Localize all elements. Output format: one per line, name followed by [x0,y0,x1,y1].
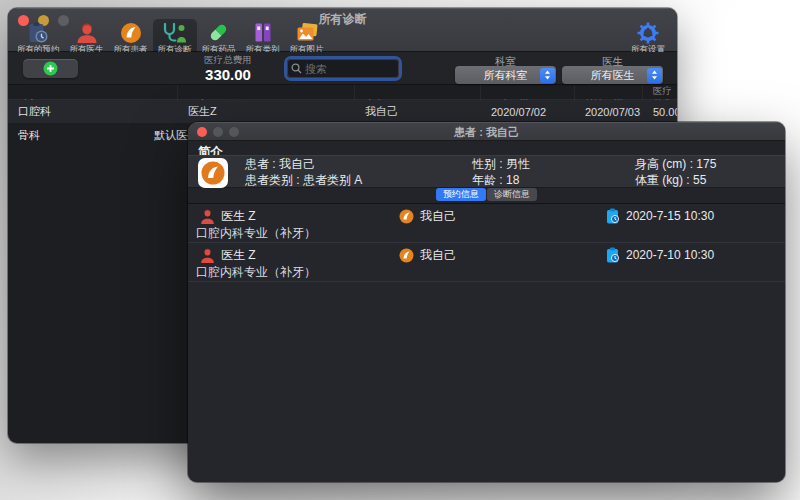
profile-patient-category: 患者类别 : 患者类别 A [245,173,362,189]
cell-onset-date: 2020/07/02 [481,106,575,118]
plus-icon [43,61,58,76]
appointment-patient: 我自己 [399,208,456,225]
appointment-doctor-name: 医生 Z [221,247,256,264]
appointment-datetime-value: 2020-7-10 10:30 [626,248,714,262]
department-dropdown[interactable]: 所有科室 [455,66,556,84]
patient-window-titlebar: 患者 : 我自己 [188,122,785,141]
appointment-datetime: 2020-7-10 10:30 [606,247,714,263]
category-books-icon [252,22,274,43]
profile-gender: 性别 : 男性 [472,157,530,173]
profile-section-title: 简介 [188,141,785,155]
dropdown-stepper-icon [540,68,555,83]
search-input[interactable] [305,63,395,75]
doctor-icon [76,22,98,43]
tab-diagnosis-info[interactable]: 诊断信息 [487,188,537,201]
table-row[interactable]: 口腔科 医生Z 我自己 2020/07/02 2020/07/03 50.00 [8,100,677,123]
doctor-dropdown[interactable]: 所有医生 [562,66,663,84]
appointment-patient: 我自己 [399,247,456,264]
department-dropdown-value: 所有科室 [484,68,528,83]
doctor-icon [200,248,215,263]
window-title: 患者 : 我自己 [188,125,785,140]
diagnoses-window-titlebar: 所有诊断 所有的预约 [8,8,677,52]
settings-gear-icon [637,22,659,43]
table-header: 科室 医生 患者 发病日期 就诊日期 医疗总费用 [8,85,677,100]
appointment-row[interactable]: 医生 Z 我自己 2020-7-10 10:30 口腔内科专业（补牙） [188,243,785,282]
add-record-button[interactable] [23,59,78,78]
cell-fee: 50.00 [643,106,677,118]
patient-avatar-icon [201,161,225,185]
tab-appointment-info[interactable]: 预约信息 [436,188,486,201]
cell-visit-date: 2020/07/03 [575,106,643,118]
doctor-icon [200,209,215,224]
profile-patient-name: 患者 : 我自己 [245,157,362,173]
search-field[interactable] [287,59,399,78]
cell-department: 口腔科 [8,104,178,119]
doctor-dropdown-value: 所有医生 [591,68,635,83]
cell-department: 骨科 [18,128,40,143]
patient-avatar-icon [399,248,414,263]
appointment-patient-name: 我自己 [420,208,456,225]
appointment-patient-name: 我自己 [420,247,456,264]
profile-weight: 体重 (kg) : 55 [635,173,716,189]
photos-icon [295,22,319,43]
cell-doctor: 医生Z [178,104,355,119]
profile-column-identity: 患者 : 我自己 患者类别 : 患者类别 A [245,157,362,188]
patient-avatar [198,158,228,188]
dropdown-stepper-icon [647,68,662,83]
appointments-list: 医生 Z 我自己 2020-7-15 10:30 口腔内科专业（补牙） [188,203,785,482]
appointment-specialty: 口腔内科专业（补牙） [196,225,316,242]
info-tabs: 预约信息 诊断信息 [188,188,785,201]
profile-age: 年龄 : 18 [472,173,530,189]
total-fee-value: 330.00 [163,66,293,83]
appointment-datetime-value: 2020-7-15 10:30 [626,209,714,223]
pill-capsule-icon [207,22,230,43]
search-icon [291,63,302,74]
filter-bar: 医疗总费用 330.00 科室 所有科室 医生 所有医生 [8,52,677,85]
appointment-doctor: 医生 Z [200,208,256,225]
profile-column-body: 身高 (cm) : 175 体重 (kg) : 55 [635,157,716,188]
profile-height: 身高 (cm) : 175 [635,157,716,173]
patient-avatar-icon [399,209,414,224]
appointment-datetime: 2020-7-15 10:30 [606,208,714,224]
appointments-clipboard-icon [27,22,49,43]
profile-card: 患者 : 我自己 患者类别 : 患者类别 A 性别 : 男性 年龄 : 18 身… [188,155,785,188]
appointment-row[interactable]: 医生 Z 我自己 2020-7-15 10:30 口腔内科专业（补牙） [188,204,785,243]
patient-avatar-icon [120,22,142,43]
stethoscope-icon [162,22,187,43]
calendar-clock-icon [606,208,620,224]
appointment-doctor: 医生 Z [200,247,256,264]
calendar-clock-icon [606,247,620,263]
appointment-doctor-name: 医生 Z [221,208,256,225]
appointment-specialty: 口腔内科专业（补牙） [196,264,316,281]
cell-patient: 我自己 [355,104,481,119]
patient-detail-window: 患者 : 我自己 简介 患者 : 我自己 患者类别 : 患者类别 A 性别 : … [188,122,785,482]
total-fee-block: 医疗总费用 330.00 [163,54,293,83]
profile-column-demographics: 性别 : 男性 年龄 : 18 [472,157,530,188]
